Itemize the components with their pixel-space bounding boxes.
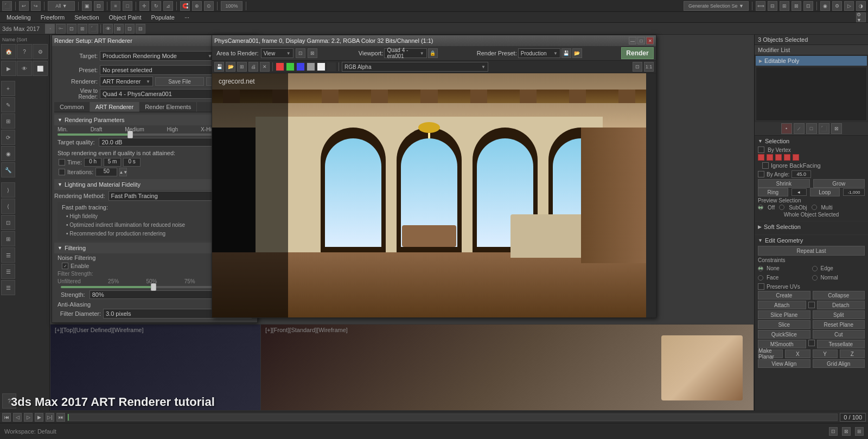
open-icon[interactable]: 📂 <box>226 62 235 72</box>
prev-frame-icon[interactable]: ◁ <box>13 413 22 422</box>
select-all-icon[interactable]: ⊡ <box>125 24 135 34</box>
msmooth-button[interactable]: MSmooth <box>758 340 806 348</box>
area-icon1[interactable]: ⊡ <box>296 48 305 58</box>
box-icon[interactable]: ⬜ <box>33 61 48 76</box>
left-toolbar-7[interactable]: ☰ <box>1 280 15 295</box>
subobj-radio[interactable] <box>779 205 784 210</box>
element-icon[interactable]: ⊠ <box>831 123 842 134</box>
eye-icon[interactable]: 👁 <box>17 61 32 76</box>
preserve-uvs-checkbox[interactable] <box>758 283 764 290</box>
timeline-frame-display[interactable]: 0 / 100 <box>840 413 866 422</box>
face-radio[interactable] <box>758 275 763 281</box>
poly-icon[interactable]: ⬛ <box>819 123 829 134</box>
select-region-icon[interactable]: ⊡ <box>94 1 104 11</box>
tab-art-renderer[interactable]: ART Renderer <box>90 102 140 112</box>
edge-radio[interactable] <box>812 266 818 271</box>
create-panel-icon[interactable]: + <box>1 81 15 96</box>
normal-radio[interactable] <box>812 275 818 281</box>
border-icon[interactable]: □ <box>806 123 817 134</box>
repeat-last-button[interactable]: Repeat Last <box>758 246 865 256</box>
menu-freeform[interactable]: Freeform <box>36 13 69 22</box>
enable-noise-checkbox[interactable]: ✓ <box>62 263 68 269</box>
menu-populate[interactable]: Populate <box>146 13 178 22</box>
ignore-backfacing-checkbox[interactable] <box>762 162 769 169</box>
multi-radio[interactable] <box>812 205 817 210</box>
render-frame-titlebar[interactable]: PhysCamera001, frame 0, Display Gamma: 2… <box>212 35 656 46</box>
msmooth-checkbox[interactable] <box>808 340 815 346</box>
render-icon[interactable]: ▷ <box>844 1 854 11</box>
time-h-field[interactable]: 0 h <box>84 158 101 167</box>
collapse-button[interactable]: Collapse <box>813 291 865 300</box>
next-frame-icon[interactable]: ▷| <box>46 413 54 422</box>
preview-toggle-icon[interactable]: 👁 <box>103 24 113 34</box>
quality-slider-thumb[interactable] <box>127 131 133 138</box>
element-mode-icon[interactable]: ⬛ <box>88 24 98 34</box>
ring-value[interactable]: ◂ <box>792 188 807 196</box>
iter-spin-icon[interactable]: ▲▼ <box>119 168 127 176</box>
rf-close-button[interactable]: ✕ <box>646 37 654 44</box>
select-by-name-icon[interactable]: ≡ <box>111 1 120 11</box>
sel-icon-p[interactable] <box>784 154 790 161</box>
soft-selection-title[interactable]: ▶ Soft Selection <box>758 224 865 230</box>
select-filter-dropdown[interactable]: All ▼ <box>48 1 75 11</box>
channel-dropdown[interactable]: RGB Alpha ▼ <box>342 62 488 72</box>
play-icon[interactable]: ▷ <box>24 413 33 422</box>
hierarchy-panel-icon[interactable]: ⊞ <box>1 113 15 129</box>
alpha-swatch[interactable] <box>307 62 315 71</box>
move-icon[interactable]: ✛ <box>139 1 149 11</box>
scene-icon[interactable]: 🏠 <box>1 44 16 59</box>
motion-panel-icon[interactable]: ⟳ <box>1 130 15 145</box>
status-icon3[interactable]: ⊞ <box>855 427 864 436</box>
array-icon[interactable]: ⊞ <box>780 1 789 11</box>
sel-icon-el[interactable] <box>793 154 799 161</box>
clear-icon[interactable]: ✕ <box>260 62 270 72</box>
left-toolbar-5[interactable]: ☰ <box>1 247 15 263</box>
viewport-lock-icon[interactable]: 🔒 <box>428 48 438 58</box>
preset-icon2[interactable]: 📂 <box>572 48 582 58</box>
slice-plane-button[interactable]: Slice Plane <box>758 310 810 319</box>
attach-button[interactable]: Attach <box>758 301 806 309</box>
loop-button[interactable]: Loop <box>810 188 840 196</box>
poly-mode-icon[interactable]: ⊞ <box>78 24 87 34</box>
border-mode-icon[interactable]: ⊡ <box>67 24 76 34</box>
split-button[interactable]: Split <box>813 310 865 319</box>
select-object-icon[interactable]: ▣ <box>82 1 92 11</box>
invert-sel-icon[interactable]: ⊟ <box>136 24 145 34</box>
by-angle-value[interactable]: 45.0 <box>792 170 811 178</box>
layer-icon[interactable]: ⊠ <box>792 1 801 11</box>
tab-common[interactable]: Common <box>54 102 90 112</box>
tessellate-button[interactable]: Tessellate <box>817 340 865 348</box>
white-swatch[interactable] <box>317 62 326 71</box>
save-icon[interactable]: 💾 <box>214 62 224 72</box>
detach-button[interactable]: Detach <box>817 301 865 309</box>
arrow-icon[interactable]: ▶ <box>1 61 16 76</box>
rf-render-button[interactable]: Render <box>621 47 654 59</box>
viewport-dropdown[interactable]: Quad 4 - era001 ▼ <box>384 48 426 58</box>
filter-strength-thumb[interactable] <box>151 283 156 291</box>
utility-panel-icon[interactable]: 🔧 <box>1 162 15 177</box>
make-planar-button[interactable]: Make Planar <box>758 349 783 358</box>
off-radio[interactable] <box>758 205 763 210</box>
menu-selection[interactable]: Selection <box>70 13 103 22</box>
status-icon2[interactable]: ⊠ <box>842 427 851 436</box>
snap-icon[interactable]: 🧲 <box>180 1 190 11</box>
play-end-icon[interactable]: ⏭ <box>56 413 65 422</box>
zoom-fit-icon[interactable]: ⊡ <box>633 62 642 72</box>
grow-button[interactable]: Grow <box>813 179 865 188</box>
area-dropdown[interactable]: View ▼ <box>261 48 293 58</box>
redo-icon[interactable]: ↪ <box>31 1 41 11</box>
save-file-button[interactable]: Save File <box>155 77 204 86</box>
menu-modeling[interactable]: Modeling <box>2 13 35 22</box>
menu-object-paint[interactable]: Object Paint <box>105 13 146 22</box>
by-vertex-checkbox[interactable] <box>758 147 764 153</box>
none-radio[interactable] <box>758 266 763 271</box>
attach-checkbox[interactable] <box>808 302 815 308</box>
target-dropdown[interactable]: Production Rendering Mode ▼ <box>100 51 215 61</box>
modifier-item-editable-poly[interactable]: ▶ Editable Poly <box>756 56 867 66</box>
group-icon[interactable]: ⊡ <box>803 1 813 11</box>
grid-align-button[interactable]: Grid Align <box>813 359 865 368</box>
left-toolbar-3[interactable]: ⊡ <box>1 215 15 230</box>
left-toolbar-4[interactable]: ⊞ <box>1 231 15 246</box>
edge-icon[interactable]: ⟋ <box>794 123 805 134</box>
reset-plane-button[interactable]: Reset Plane <box>813 320 865 329</box>
